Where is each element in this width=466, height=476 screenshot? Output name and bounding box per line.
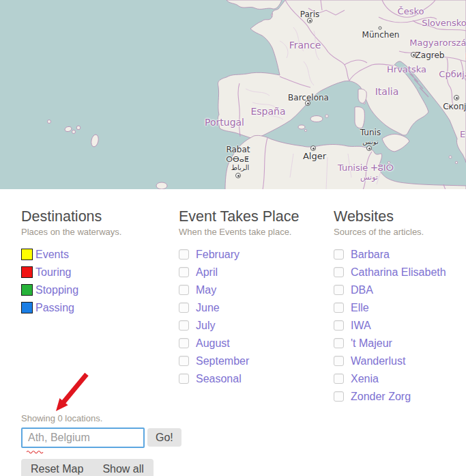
map-city-label: Tunis [360, 128, 381, 137]
map-place-marker-icon [305, 100, 310, 106]
map-country-label: Portugal [205, 117, 244, 128]
website-checkbox[interactable] [334, 320, 344, 331]
location-search-input[interactable] [21, 428, 145, 448]
map-city-label: Скопје [443, 102, 466, 111]
legend-link[interactable]: Touring [35, 266, 71, 279]
status-text: Showing 0 locations. [21, 413, 466, 423]
legend-link[interactable]: Passing [35, 302, 74, 314]
month-link[interactable]: May [196, 284, 216, 296]
events-title: Event Takes Place [179, 208, 334, 225]
map-country-label: Hrvatska [387, 64, 426, 74]
website-link[interactable]: Wanderlust [351, 355, 405, 367]
month-checkbox[interactable] [179, 320, 189, 331]
map-city-label: Rabat [226, 145, 250, 154]
legend-link[interactable]: Stopping [35, 284, 78, 296]
website-checkbox[interactable] [334, 249, 344, 260]
map-city-label: München [362, 30, 400, 40]
website-link[interactable]: Barbara [351, 249, 390, 261]
website-link[interactable]: 't Majeur [351, 337, 392, 350]
map-place-marker-icon [235, 173, 241, 178]
map-buttons-group: Reset Map Show all [21, 459, 154, 476]
website-checkbox[interactable] [334, 374, 344, 384]
websites-title: Websites [334, 208, 466, 225]
website-link[interactable]: Zonder Zorg [351, 391, 411, 403]
month-item: May [179, 281, 334, 299]
month-item: August [179, 335, 334, 352]
month-checkbox[interactable] [179, 338, 189, 348]
map-country-label: France [289, 40, 321, 51]
map-place-marker-icon [379, 27, 382, 30]
map-country-label: Magyarország [409, 38, 466, 48]
website-link[interactable]: Xenia [351, 373, 379, 385]
show-all-button[interactable]: Show all [93, 459, 153, 476]
map-country-label: تونس [360, 173, 378, 182]
month-link[interactable]: February [196, 249, 239, 261]
map-city-label: تونس [362, 138, 378, 145]
map-labels: FranceEspañaPortugalItaliaČeskoSlovensko… [0, 0, 466, 189]
month-link[interactable]: July [196, 320, 215, 332]
month-item: February [179, 246, 334, 264]
map-place-marker-icon [411, 52, 416, 57]
map-place-marker-icon [310, 145, 316, 151]
website-item: 't Majeur [334, 335, 466, 352]
website-link[interactable]: DBA [351, 284, 373, 296]
website-item: Catharina Elisabeth [334, 264, 466, 281]
go-button[interactable]: Go! [147, 428, 181, 447]
map-country-label: Србија [439, 69, 466, 79]
map-country-label: España [250, 106, 285, 117]
month-item: Seasonal [179, 370, 334, 388]
website-checkbox[interactable] [334, 303, 344, 313]
month-checkbox[interactable] [179, 356, 189, 366]
website-checkbox[interactable] [334, 285, 344, 295]
map-city-label: ⵔⴱⴰⵟ [226, 155, 248, 164]
month-item: June [179, 299, 334, 317]
reset-map-button[interactable]: Reset Map [21, 459, 93, 476]
website-checkbox[interactable] [334, 338, 344, 348]
month-checkbox[interactable] [179, 374, 189, 384]
website-link[interactable]: IWA [351, 320, 371, 332]
map[interactable]: FranceEspañaPortugalItaliaČeskoSlovensko… [0, 0, 466, 189]
website-item: Xenia [334, 370, 466, 388]
legend-item: Events [21, 246, 179, 264]
website-link[interactable]: Catharina Elisabeth [351, 266, 446, 279]
month-link[interactable]: August [196, 337, 230, 350]
legend-item: Touring [21, 264, 179, 281]
legend-color-swatch [21, 302, 33, 313]
legend-color-swatch [21, 249, 33, 260]
events-subtitle: When the Events take place. [179, 227, 334, 237]
month-checkbox[interactable] [179, 285, 189, 295]
websites-subtitle: Sources of the articles. [334, 227, 466, 237]
websites-section: Websites Sources of the articles. Barbar… [334, 208, 466, 406]
map-country-label: Česko [398, 6, 424, 16]
month-checkbox[interactable] [179, 303, 189, 313]
map-country-label: Italia [375, 86, 399, 97]
map-place-marker-icon [307, 18, 312, 23]
month-link[interactable]: June [196, 302, 220, 314]
map-city-label: Zagreb [416, 51, 445, 60]
events-section: Event Takes Place When the Events take p… [179, 208, 334, 406]
website-item: DBA [334, 281, 466, 299]
website-checkbox[interactable] [334, 356, 344, 366]
website-checkbox[interactable] [334, 267, 344, 277]
map-country-label: Slovensko [422, 18, 466, 28]
website-item: Barbara [334, 246, 466, 264]
map-country-label: Ελ [460, 129, 466, 139]
month-link[interactable]: April [196, 266, 218, 279]
month-checkbox[interactable] [179, 267, 189, 277]
website-checkbox[interactable] [334, 391, 344, 402]
website-item: Zonder Zorg [334, 388, 466, 406]
destinations-section: Destinations Places on the waterways. Ev… [21, 208, 179, 406]
legend-item: Stopping [21, 281, 179, 299]
destinations-title: Destinations [21, 208, 179, 225]
month-link[interactable]: Seasonal [196, 373, 242, 385]
website-item: IWA [334, 317, 466, 335]
map-country-label: Tunisie ⵜⵓⵏⵙ [338, 163, 394, 173]
month-checkbox[interactable] [179, 249, 189, 260]
legend-link[interactable]: Events [35, 249, 69, 261]
month-link[interactable]: September [196, 355, 249, 367]
website-link[interactable]: Elle [351, 302, 369, 314]
search-box [21, 428, 145, 448]
website-item: Elle [334, 299, 466, 317]
search-row: Go! [21, 428, 466, 448]
month-item: April [179, 264, 334, 281]
